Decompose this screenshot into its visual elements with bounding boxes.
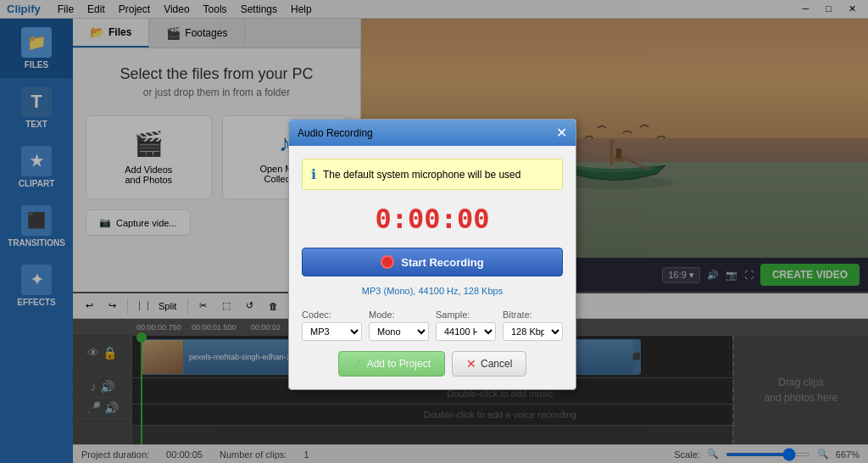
codec-row: Codec: MP3 Mode: Mono Sample: 44100 Hz (302, 310, 563, 341)
mode-field: Mode: Mono (369, 310, 429, 341)
codec-link: MP3 (Mono), 44100 Hz, 128 Kbps (302, 285, 563, 297)
sample-select[interactable]: 44100 Hz (436, 322, 496, 341)
sample-label: Sample: (436, 310, 496, 320)
info-icon: ℹ (311, 166, 316, 182)
cancel-icon: ✕ (466, 357, 476, 371)
dialog-body: ℹ The default system microphone will be … (289, 146, 576, 389)
dialog-header: Audio Recording ✕ (289, 120, 576, 146)
dialog-title: Audio Recording (298, 127, 373, 139)
dialog-overlay: Audio Recording ✕ ℹ The default system m… (0, 0, 868, 463)
dialog-info-text: The default system microphone will be us… (323, 169, 520, 181)
codec-select[interactable]: MP3 (302, 322, 362, 341)
mode-label: Mode: (369, 310, 429, 320)
check-icon: ✓ (353, 357, 363, 371)
cancel-button[interactable]: ✕ Cancel (452, 351, 526, 377)
codec-field: Codec: MP3 (302, 310, 362, 341)
sample-field: Sample: 44100 Hz (436, 310, 496, 341)
dialog-info-box: ℹ The default system microphone will be … (302, 159, 563, 190)
add-to-project-label: Add to Project (367, 358, 431, 370)
codec-settings-link[interactable]: MP3 (Mono), 44100 Hz, 128 Kbps (362, 286, 503, 296)
mode-select[interactable]: Mono (369, 322, 429, 341)
start-recording-label: Start Recording (401, 256, 484, 269)
bitrate-label: Bitrate: (503, 310, 563, 320)
bitrate-select[interactable]: 128 Kbps (503, 322, 563, 341)
record-dot-icon (381, 255, 394, 269)
start-recording-button[interactable]: Start Recording (302, 248, 563, 276)
bitrate-field: Bitrate: 128 Kbps (503, 310, 563, 341)
recording-timer: 0:00:00 (302, 203, 563, 235)
audio-recording-dialog: Audio Recording ✕ ℹ The default system m… (288, 119, 576, 390)
dialog-close-button[interactable]: ✕ (556, 125, 567, 141)
add-to-project-button[interactable]: ✓ Add to Project (338, 351, 445, 377)
dialog-actions: ✓ Add to Project ✕ Cancel (302, 351, 563, 377)
cancel-label: Cancel (481, 358, 512, 370)
codec-label: Codec: (302, 310, 362, 320)
